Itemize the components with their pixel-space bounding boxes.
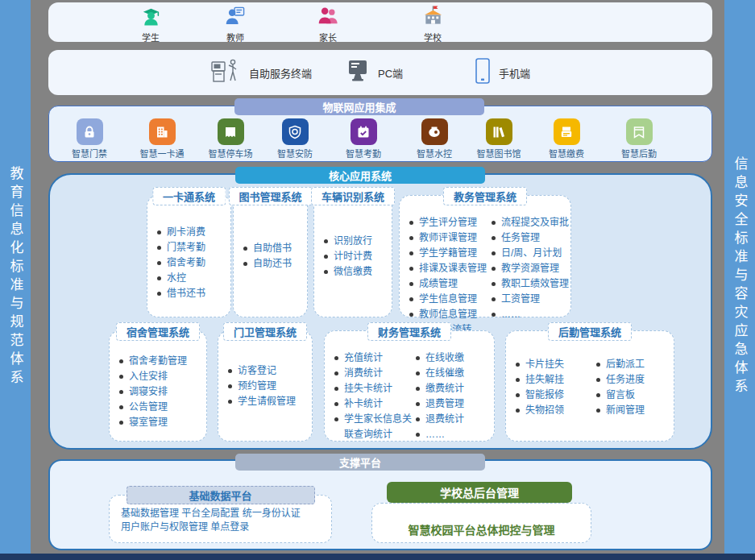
user-label: 学校	[424, 31, 442, 44]
bullet	[119, 375, 123, 379]
list-item: 退费管理	[416, 396, 494, 412]
list-item-text: 学生学籍管理	[419, 246, 477, 261]
iot-item-logistics: 智慧后勤	[610, 118, 668, 160]
iot-item-water: 智慧水控	[405, 118, 463, 160]
bullet	[157, 261, 161, 265]
list-item-text: 学生家长信息关联查询统计	[344, 412, 413, 442]
device-item-pc: PC端	[345, 50, 403, 95]
list-item-text: ……	[425, 427, 445, 442]
user-label: 家长	[319, 31, 337, 44]
list-item-text: 退费管理	[425, 396, 464, 412]
bullet	[409, 297, 413, 301]
bullet	[334, 371, 338, 375]
bullet	[157, 292, 161, 296]
list-item-text: 失物招领	[525, 403, 564, 418]
list-item: 自助还书	[243, 256, 302, 272]
list-item: 公告管理	[119, 400, 201, 415]
list-item: 充值统计	[334, 351, 413, 366]
bullet	[409, 282, 413, 286]
list-item-text: 调寝安排	[129, 384, 168, 400]
list-item: 调寝安排	[119, 384, 201, 400]
system-title: 图书管理系统	[228, 187, 312, 205]
system-title: 门卫管理系统	[223, 322, 307, 341]
logistics-icon	[626, 118, 653, 145]
list-item-text: 消费统计	[344, 366, 383, 381]
list-item: 学生家长信息关联查询统计	[334, 412, 413, 442]
smart-campus-architecture-diagram: 教育信息化标准与规范体系 信息安全标准与容灾应急体系 学生 教师 家长	[0, 0, 755, 560]
list-item-text: 计时计费	[334, 249, 372, 264]
list-item-text: 预约管理	[238, 379, 276, 394]
door-access-icon	[77, 118, 103, 145]
bullet	[409, 251, 413, 255]
bullet	[119, 390, 123, 394]
list-item-text: 成绩管理	[419, 276, 458, 292]
list-item-text: 学生请假管理	[238, 394, 296, 409]
bottom-divider	[0, 554, 755, 560]
bullet	[119, 359, 123, 363]
list-item-text: 挂失解挂	[525, 372, 564, 388]
list-item: 卡片挂失	[516, 357, 593, 372]
list-item-text: 流程提交及审批	[501, 215, 569, 230]
core-title-badge: 核心应用系统	[235, 167, 485, 184]
core-panel: 核心应用系统 一卡通系统 刷卡消费门禁考勤宿舍考勤水控借书还书 图书管理系统 自…	[48, 173, 712, 450]
system-title: 财务管理系统	[367, 322, 451, 341]
list-item: 在线催缴	[416, 366, 494, 381]
list-item-text: 寝室管理	[129, 415, 168, 430]
list-item: 消费统计	[334, 366, 413, 381]
base-data-platform-title: 基础数据平台	[127, 486, 315, 504]
list-item-text: 补卡统计	[344, 396, 383, 412]
users-panel: 学生 教师 家长 学校	[48, 2, 712, 42]
list-item-text: 刷卡消费	[167, 225, 205, 240]
list-item: 计时计费	[324, 249, 387, 264]
iot-title-badge: 物联网应用集成	[234, 98, 484, 115]
list-item-text: 任务管理	[501, 230, 540, 246]
list-item: 排课及课表管理	[409, 261, 488, 276]
system-title: 一卡通系统	[152, 187, 226, 205]
iot-label: 智慧水控	[417, 147, 452, 160]
bullet	[492, 221, 496, 225]
list-item: 流程提交及审批	[492, 215, 570, 230]
payment-icon	[554, 118, 580, 145]
bullet	[596, 363, 600, 367]
list-item: 缴费统计	[416, 381, 494, 396]
bullet	[119, 405, 123, 409]
iot-label: 智慧后勤	[621, 147, 657, 160]
bullet	[516, 409, 520, 413]
system-items: 识别放行计时计费微信缴费	[314, 196, 392, 317]
list-item: 访客登记	[228, 363, 307, 379]
list-item: 留言板	[596, 388, 674, 403]
list-item: 工资管理	[492, 292, 570, 307]
device-label: 手机端	[499, 65, 530, 81]
list-item-text: 教学资源管理	[501, 261, 559, 276]
bullet	[243, 247, 247, 251]
bullet	[334, 402, 338, 406]
bullet	[334, 356, 338, 360]
list-item-text: 教师评课管理	[419, 230, 477, 246]
list-item-text: 门禁考勤	[167, 240, 205, 255]
devices-panel: 自助服务终端 PC端 手机端	[48, 50, 712, 95]
iot-item-parking: 智慧停车场	[201, 118, 259, 160]
system-items: 在线收缴在线催缴缴费统计退费管理退费统计……	[413, 331, 494, 441]
list-item-text: 自助还书	[253, 256, 292, 272]
system-items: 充值统计消费统计挂失卡统计补卡统计学生家长信息关联查询统计	[325, 331, 413, 441]
user-item-student: 学生	[127, 5, 175, 44]
list-item: 成绩管理	[409, 276, 488, 292]
list-item-text: 宿舍考勤管理	[129, 354, 187, 369]
bullet	[416, 433, 420, 437]
list-item-text: 访客登记	[238, 363, 276, 379]
list-item-text: 自助借书	[253, 241, 292, 256]
school-admin-box: 智慧校园平台总体把控与管理	[371, 503, 591, 543]
left-standard-label: 教育信息化标准与规范体系	[6, 166, 26, 388]
list-item: 教师评课管理	[409, 230, 488, 246]
list-item-text: 公告管理	[129, 400, 168, 415]
bullet	[324, 239, 328, 243]
list-item-text: 日/周、月计划	[501, 246, 562, 261]
bullet	[516, 393, 520, 397]
iot-item-onecard: 智慧一卡通	[133, 118, 191, 160]
list-item: 预约管理	[228, 379, 307, 394]
bullet	[492, 313, 496, 317]
system-items: 卡片挂失挂失解挂智能报修失物招领	[506, 331, 593, 441]
list-item-text: 微信缴费	[334, 264, 372, 280]
system-items: 流程提交及审批任务管理日/周、月计划教学资源管理教职工绩效管理工资管理……	[488, 196, 570, 317]
bullet	[324, 270, 328, 274]
